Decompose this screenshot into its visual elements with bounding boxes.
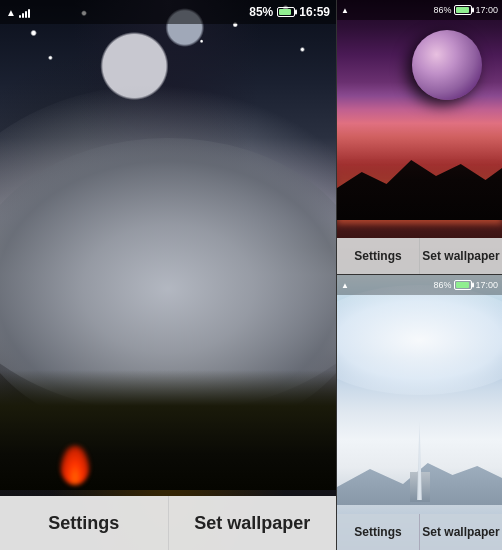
rb-wallpaper-button[interactable]: Set wallpaper <box>420 514 502 550</box>
status-right-info: 85% 16:59 <box>249 5 330 19</box>
rt-status-left: ▲ <box>341 5 349 15</box>
right-top-status-bar: ▲ 86% 17:00 <box>337 0 502 20</box>
rt-wallpaper-label: Set wallpaper <box>422 249 499 263</box>
status-left-icons: ▲ <box>6 6 30 18</box>
rb-cloud <box>337 285 502 395</box>
right-panel: ▲ 86% 17:00 Settings Set wallpaper <box>336 0 502 550</box>
rt-battery-icon <box>454 5 472 15</box>
right-bottom-action-buttons: Settings Set wallpaper <box>337 514 502 550</box>
battery-pct-left: 85% <box>249 5 273 19</box>
right-bottom-bg <box>337 275 502 550</box>
left-wallpaper-button[interactable]: Set wallpaper <box>169 496 337 550</box>
wifi-icon: ▲ <box>6 7 16 18</box>
left-settings-button[interactable]: Settings <box>0 496 169 550</box>
rb-time: 17:00 <box>475 280 498 290</box>
right-bottom-status-bar: ▲ 86% 17:00 <box>337 275 502 295</box>
time-left: 16:59 <box>299 5 330 19</box>
rb-settings-label: Settings <box>354 525 401 539</box>
rb-battery-pct: 86% <box>433 280 451 290</box>
rt-settings-label: Settings <box>354 249 401 263</box>
left-action-buttons: Settings Set wallpaper <box>0 496 336 550</box>
rt-wallpaper-button[interactable]: Set wallpaper <box>420 238 502 274</box>
rt-battery-pct: 86% <box>433 5 451 15</box>
left-wallpaper-bg <box>0 0 336 550</box>
right-top-wallpaper: ▲ 86% 17:00 Settings Set wallpaper <box>337 0 502 275</box>
right-top-action-buttons: Settings Set wallpaper <box>337 238 502 274</box>
rt-status-right: 86% 17:00 <box>433 5 498 15</box>
battery-icon-left <box>277 7 295 17</box>
rb-status-left: ▲ <box>341 280 349 290</box>
fire-glow <box>60 445 90 485</box>
right-top-bg <box>337 0 502 274</box>
planet-decoration <box>412 30 482 100</box>
right-bottom-wallpaper: ▲ 86% 17:00 Settings Set wallpaper <box>337 275 502 550</box>
wallpaper-label: Set wallpaper <box>194 513 310 534</box>
rb-wallpaper-label: Set wallpaper <box>422 525 499 539</box>
settings-label: Settings <box>48 513 119 534</box>
ground-layer <box>0 370 336 490</box>
rt-settings-button[interactable]: Settings <box>337 238 420 274</box>
left-status-bar: ▲ 85% 16:59 <box>0 0 336 24</box>
mountain-right <box>337 140 502 220</box>
rb-status-right: 86% 17:00 <box>433 280 498 290</box>
left-wallpaper-panel: ▲ 85% 16:59 Settings <box>0 0 336 550</box>
rb-settings-button[interactable]: Settings <box>337 514 420 550</box>
rt-time: 17:00 <box>475 5 498 15</box>
signal-icon <box>19 6 30 18</box>
app-container: ▲ 85% 16:59 Settings <box>0 0 502 550</box>
rb-battery-icon <box>454 280 472 290</box>
